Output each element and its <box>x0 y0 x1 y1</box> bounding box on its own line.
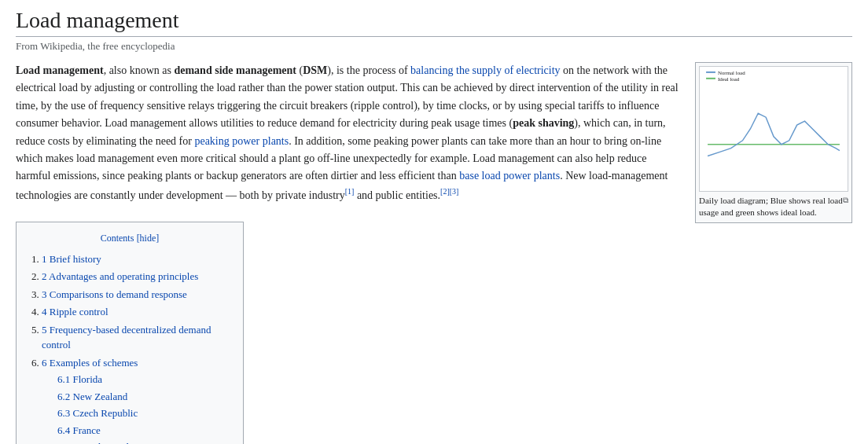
figure-caption: Daily load diagram; Blue shows real load… <box>699 195 848 219</box>
table-of-contents: Contents [hide] 1 Brief history 2 Advant… <box>16 222 244 444</box>
toc-item-6-1: 6.1 Florida <box>57 372 232 387</box>
term-peak-shaving: peak shaving <box>513 117 574 129</box>
expand-icon[interactable]: ⧉ <box>843 195 848 206</box>
svg-rect-0 <box>706 72 715 73</box>
toc-item-6-2: 6.2 New Zealand <box>57 389 232 405</box>
caption-text: Daily load diagram; Blue shows real load… <box>699 195 843 219</box>
toc-link-4[interactable]: 4 Ripple control <box>42 306 108 317</box>
toc-hide-button[interactable]: [hide] <box>137 233 160 244</box>
figure-box: Normal load Ideal load Daily load diagra… <box>695 62 852 223</box>
chart-area: Normal load Ideal load <box>699 66 848 192</box>
toc-link-6-4[interactable]: 6.4 France <box>57 424 101 436</box>
toc-link-5[interactable]: 5 Frequency-based decentralized demand c… <box>42 324 211 351</box>
svg-text:Ideal load: Ideal load <box>718 76 740 82</box>
main-content: Load management, also known as demand si… <box>16 62 852 444</box>
toc-item-6-5: 6.5 United Kingdom <box>57 439 232 444</box>
toc-item-6-4: 6.4 France <box>57 423 232 438</box>
toc-link-3[interactable]: 3 Comparisons to demand response <box>42 288 187 300</box>
chart-svg: Normal load Ideal load <box>700 67 848 191</box>
ref-1[interactable]: [1] <box>345 187 355 196</box>
intro-paragraph: Load management, also known as demand si… <box>16 62 679 204</box>
toc-link-1[interactable]: 1 Brief history <box>42 253 101 265</box>
page-subtitle: From Wikipedia, the free encyclopedia <box>16 40 852 53</box>
toc-item-5: 5 Frequency-based decentralized demand c… <box>42 322 232 353</box>
toc-link-6-2[interactable]: 6.2 New Zealand <box>57 391 127 402</box>
term-load-management: Load management <box>16 64 104 76</box>
toc-item-6-3: 6.3 Czech Republic <box>57 405 232 421</box>
article-body: Load management, also known as demand si… <box>16 62 679 444</box>
link-peaking-plants[interactable]: peaking power plants <box>194 135 289 147</box>
toc-list: 1 Brief history 2 Advantages and operati… <box>28 251 232 444</box>
ref-3[interactable]: [3] <box>450 187 459 196</box>
toc-title: Contents [hide] <box>28 230 232 247</box>
link-balancing[interactable]: balancing the supply of electricity <box>410 64 561 76</box>
toc-link-6-3[interactable]: 6.3 Czech Republic <box>57 407 138 419</box>
term-dsm: demand side management <box>174 64 296 76</box>
toc-link-6[interactable]: 6 Examples of schemes <box>42 357 138 369</box>
ref-2[interactable]: [2] <box>440 187 450 196</box>
toc-link-6-1[interactable]: 6.1 Florida <box>57 373 102 385</box>
toc-link-6-5[interactable]: 6.5 United Kingdom <box>57 441 142 444</box>
toc-item-1: 1 Brief history <box>42 251 232 267</box>
svg-text:Normal load: Normal load <box>718 70 745 75</box>
toc-item-2: 2 Advantages and operating principles <box>42 269 232 284</box>
toc-item-3: 3 Comparisons to demand response <box>42 287 232 303</box>
page-title: Load management <box>16 8 852 37</box>
toc-sublist-6: 6.1 Florida 6.2 New Zealand 6.3 Czech Re… <box>42 372 232 444</box>
toc-link-2[interactable]: 2 Advantages and operating principles <box>42 270 198 282</box>
svg-rect-2 <box>706 78 715 79</box>
toc-item-6: 6 Examples of schemes 6.1 Florida 6.2 Ne… <box>42 355 232 444</box>
toc-item-4: 4 Ripple control <box>42 304 232 320</box>
link-base-load[interactable]: base load power plants <box>459 170 560 182</box>
term-dsm-abbr: DSM <box>303 64 327 76</box>
